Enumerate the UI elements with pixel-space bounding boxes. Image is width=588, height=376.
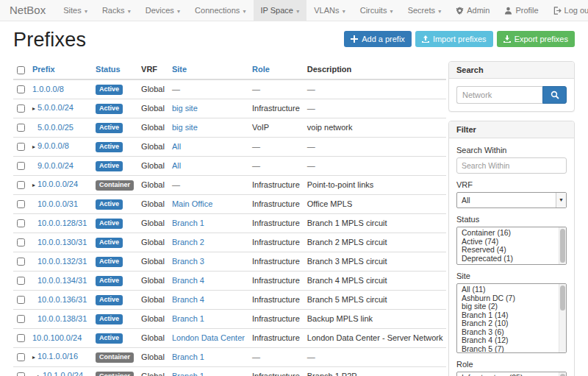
- site-link[interactable]: big site: [172, 104, 198, 113]
- import-prefixes-button[interactable]: Import prefixes: [415, 31, 493, 47]
- column-header-site[interactable]: Site: [168, 61, 248, 79]
- site-link[interactable]: Branch 3: [172, 257, 204, 266]
- nav-item-devices[interactable]: Devices ▾: [138, 0, 187, 21]
- nav-item-secrets[interactable]: Secrets ▾: [401, 0, 449, 21]
- table-row: ▸5.0.0.0/24ActiveGlobalbig siteInfrastru…: [13, 99, 446, 118]
- vrf-select[interactable]: All ▼: [456, 192, 567, 208]
- column-header-role[interactable]: Role: [248, 61, 304, 79]
- status-option[interactable]: Deprecated (1): [462, 255, 556, 263]
- site-option[interactable]: big site (2): [462, 302, 556, 311]
- site-link[interactable]: Branch 1: [172, 219, 204, 227]
- prefix-link[interactable]: 10.1.0.0/16: [37, 352, 78, 361]
- row-checkbox[interactable]: [17, 258, 25, 266]
- add-prefix-button[interactable]: Add a prefix: [344, 31, 412, 47]
- site-link[interactable]: Branch 4: [172, 276, 204, 285]
- prefix-link[interactable]: 5.0.0.0/24: [37, 103, 74, 112]
- site-option[interactable]: Branch 4 (12): [462, 336, 556, 345]
- site-link[interactable]: London Data Center: [172, 333, 245, 342]
- prefix-link[interactable]: 5.0.0.0/25: [37, 123, 74, 132]
- prefix-link[interactable]: 10.0.0.0/24: [37, 180, 78, 188]
- prefix-link[interactable]: 10.0.0.132/31: [37, 257, 87, 266]
- search-panel-title: Search: [449, 62, 574, 79]
- brand-logo[interactable]: NetBox: [0, 0, 56, 21]
- site-scrollbar[interactable]: [559, 284, 566, 352]
- site-option[interactable]: Branch 1 (14): [462, 311, 556, 320]
- status-scrollbar[interactable]: [559, 227, 566, 264]
- nav-item-admin[interactable]: Admin: [448, 0, 497, 21]
- column-header-status[interactable]: Status: [92, 61, 137, 79]
- row-checkbox[interactable]: [17, 219, 25, 227]
- nav-item-log-out[interactable]: Log out: [546, 0, 588, 21]
- expand-caret-icon: ▸: [32, 105, 35, 112]
- site-option[interactable]: Ashburn DC (7): [462, 294, 556, 303]
- search-input[interactable]: [456, 86, 542, 104]
- status-option[interactable]: Active (74): [462, 238, 556, 246]
- row-checkbox[interactable]: [17, 334, 25, 342]
- scrollbar-thumb[interactable]: [560, 285, 565, 311]
- nav-item-sites[interactable]: Sites ▾: [56, 0, 95, 21]
- site-link[interactable]: Main Office: [172, 199, 212, 208]
- row-checkbox[interactable]: [17, 277, 25, 285]
- site-link[interactable]: Branch 1: [172, 372, 204, 376]
- site-link[interactable]: All: [172, 142, 181, 151]
- nav-item-profile[interactable]: Profile: [497, 0, 545, 21]
- prefix-link[interactable]: 1.0.0.0/8: [32, 85, 64, 93]
- chevron-down-icon: ▾: [340, 8, 345, 15]
- vrf-value: Global: [141, 314, 165, 323]
- nav-item-ip-space[interactable]: IP Space ▾: [254, 0, 307, 21]
- row-checkbox[interactable]: [17, 296, 25, 304]
- prefix-link[interactable]: 10.0.100.0/24: [32, 333, 82, 342]
- status-option[interactable]: Container (16): [462, 229, 556, 238]
- site-link[interactable]: Branch 2: [172, 238, 204, 246]
- site-option[interactable]: All (11): [462, 285, 556, 294]
- nav-item-racks[interactable]: Racks ▾: [95, 0, 138, 21]
- site-option[interactable]: Branch 3 (6): [462, 328, 556, 337]
- row-checkbox[interactable]: [17, 162, 25, 170]
- row-checkbox[interactable]: [17, 353, 25, 361]
- site-link[interactable]: All: [172, 161, 181, 170]
- row-checkbox[interactable]: [17, 238, 25, 246]
- site-link[interactable]: Branch 1: [172, 352, 204, 361]
- prefix-link[interactable]: 9.0.0.0/8: [37, 141, 69, 150]
- role-scrollbar[interactable]: [559, 372, 566, 376]
- search-within-input[interactable]: [456, 157, 567, 174]
- scrollbar-thumb[interactable]: [560, 229, 565, 263]
- site-option[interactable]: Branch 2 (10): [462, 319, 556, 328]
- row-checkbox[interactable]: [17, 181, 25, 189]
- site-link[interactable]: Branch 4: [172, 295, 204, 304]
- prefix-link[interactable]: 9.0.0.0/24: [37, 161, 74, 170]
- prefix-link[interactable]: 10.0.0.130/31: [37, 238, 87, 246]
- select-all-checkbox[interactable]: [17, 66, 25, 74]
- status-option[interactable]: Reserved (4): [462, 246, 556, 255]
- role-listbox[interactable]: Infrastructure (25)Management (8)Private…: [456, 372, 567, 376]
- row-checkbox[interactable]: [17, 104, 25, 113]
- prefix-link[interactable]: 10.0.0.138/31: [37, 314, 87, 323]
- nav-item-vlans[interactable]: VLANs ▾: [306, 0, 353, 21]
- search-button[interactable]: [542, 86, 567, 104]
- prefix-link[interactable]: 10.1.0.0/24: [43, 371, 83, 376]
- nav-item-circuits[interactable]: Circuits ▾: [353, 0, 401, 21]
- row-checkbox[interactable]: [17, 200, 25, 208]
- filter-panel-title: Filter: [449, 121, 574, 138]
- export-prefixes-button[interactable]: Export prefixes: [497, 31, 575, 47]
- row-checkbox[interactable]: [17, 85, 25, 93]
- nav-item-connections[interactable]: Connections ▾: [187, 0, 253, 21]
- site-link[interactable]: big site: [172, 123, 198, 132]
- row-checkbox[interactable]: [17, 124, 25, 132]
- status-listbox[interactable]: Container (16)Active (74)Reserved (4)Dep…: [456, 227, 567, 265]
- prefix-link[interactable]: 10.0.0.0/31: [37, 199, 78, 208]
- empty-description: —: [307, 142, 315, 151]
- site-listbox[interactable]: All (11)Ashburn DC (7)big site (2)Branch…: [456, 283, 567, 353]
- prefix-link[interactable]: 10.0.0.134/31: [37, 276, 87, 285]
- column-header-prefix[interactable]: Prefix: [29, 61, 92, 79]
- filter-panel: Filter Search Within VRF All ▼ Status Co…: [448, 121, 575, 376]
- status-badge: Active: [96, 238, 123, 248]
- prefix-link[interactable]: 10.0.0.136/31: [37, 295, 87, 304]
- row-checkbox[interactable]: [17, 315, 25, 323]
- row-checkbox[interactable]: [17, 143, 25, 151]
- prefix-link[interactable]: 10.0.0.128/31: [37, 219, 87, 227]
- site-option[interactable]: Branch 5 (7): [462, 345, 556, 354]
- column-header-description: Description: [304, 61, 447, 79]
- row-checkbox[interactable]: [17, 372, 25, 376]
- site-link[interactable]: Branch 1: [172, 314, 204, 323]
